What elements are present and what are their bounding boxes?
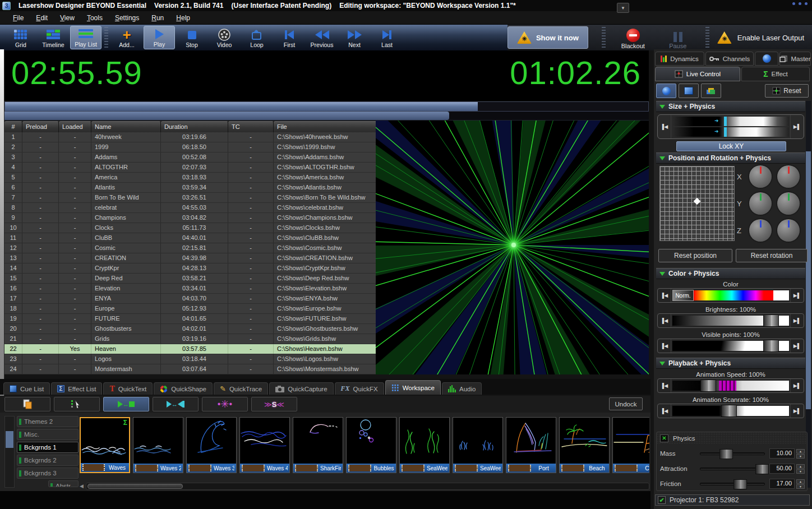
mode-globe-button[interactable] [656, 84, 676, 98]
slider-max-button[interactable]: ▶▌ [790, 404, 804, 418]
category-bckgrnds-3[interactable]: Bckgrnds 3 [17, 468, 79, 479]
panel-scrollbar-thumb[interactable] [806, 151, 811, 409]
menu-item-edit[interactable]: Edit [31, 13, 53, 23]
tab-cue-list[interactable]: Cue List [3, 382, 50, 395]
category-themes-2[interactable]: Themes 2 [17, 416, 79, 427]
grid-button[interactable]: Grid [5, 26, 36, 49]
tab-quicktrace[interactable]: ✎QuickTrace [214, 382, 268, 395]
panel-tab-effect[interactable]: ΣEffect [741, 67, 810, 81]
category-abstr[interactable]: Abstr [48, 480, 79, 487]
show-progress-bar[interactable] [4, 101, 649, 112]
physics-header[interactable]: ✕Physics [657, 432, 807, 445]
timeline-button[interactable]: Timeline [38, 26, 69, 49]
x-rotation-knob[interactable] [777, 165, 800, 188]
tab-quickshape[interactable]: QuickShape [154, 382, 213, 395]
column-header-preload[interactable]: Preload [22, 121, 59, 132]
menu-item-tools[interactable]: Tools [82, 13, 108, 23]
panel-scrollbar[interactable] [806, 101, 811, 488]
friction-slider-thumb[interactable] [733, 479, 747, 489]
scrollbar-thumb[interactable] [87, 484, 183, 489]
animation-speed-track[interactable] [672, 381, 789, 391]
x-position-knob[interactable] [749, 165, 772, 188]
slider-min-button[interactable]: ▐◀ [658, 289, 671, 302]
tab-workspace[interactable]: Workspace [385, 380, 441, 395]
column-header-num[interactable]: # [4, 121, 22, 132]
attraction-slider-thumb[interactable] [755, 464, 769, 474]
column-header-name[interactable]: Name [91, 121, 161, 132]
loop-button[interactable]: Loop [241, 26, 273, 49]
brightness-handle[interactable] [763, 314, 779, 327]
reset-position-button[interactable]: Reset position [658, 249, 732, 262]
undock-button[interactable]: Undock [609, 397, 643, 410]
slider-max-button[interactable]: ▶▌ [790, 339, 804, 353]
next-button[interactable]: Next [339, 26, 370, 49]
mass-spinner[interactable]: ▲▼ [796, 449, 805, 459]
category-bckgrnds-2[interactable]: Bckgrnds 2 [17, 455, 79, 466]
slider-min-button[interactable]: ▐◀ [658, 339, 671, 353]
color-slider[interactable]: ▐◀ Norm. ▶▌ [657, 288, 804, 303]
cue-thumbnail-waves-4[interactable]: Waves 4 [239, 417, 290, 473]
position-pad[interactable] [659, 166, 735, 241]
category-misc-[interactable]: Misc. [17, 429, 79, 440]
pages-button[interactable] [4, 397, 50, 411]
show-it-now-button[interactable]: ✳Show it now [507, 26, 588, 49]
animation-scanrate-handle[interactable] [721, 405, 737, 417]
tab-audio[interactable]: Audio [442, 382, 482, 395]
star-burst-button[interactable]: •✳• [202, 397, 248, 411]
category-scrollbar-thumb[interactable] [6, 431, 13, 448]
brightness-track[interactable] [672, 316, 789, 326]
column-header-tc[interactable]: TC [228, 121, 274, 132]
mode-bluesq-button[interactable] [679, 84, 699, 98]
section-header-size-physics[interactable]: Size + Physics [656, 101, 805, 112]
tab-quicktext[interactable]: TQuickText [103, 382, 153, 395]
pause-button[interactable]: Pause [658, 26, 698, 49]
slider-max-button[interactable]: ▶▌ [790, 289, 804, 302]
slider-min-button[interactable]: ▐◀ [658, 115, 671, 138]
video-button[interactable]: Video [209, 26, 240, 49]
z-position-knob[interactable] [749, 219, 772, 242]
section-header-position-and-rotation-physics[interactable]: Position and Rotation + Physics [656, 152, 805, 164]
thumbnail-scrollbar[interactable]: ◀ [80, 482, 649, 490]
slider-max-button[interactable]: ▶▌ [790, 379, 804, 392]
mass-slider[interactable] [700, 452, 765, 455]
z-rotation-knob[interactable] [777, 219, 800, 242]
last-button[interactable]: Last [371, 26, 403, 49]
panel-tab-channels[interactable]: Channels [705, 52, 754, 66]
add--button[interactable]: +Add... [111, 26, 142, 49]
laser-preview-window[interactable] [376, 121, 649, 374]
tab-quickcapture[interactable]: QuickCapture [269, 382, 333, 395]
cue-thumbnail-waves-2[interactable]: Waves 2 [133, 417, 183, 473]
cue-thumbnail-sharkfin[interactable]: SharkFin [293, 417, 343, 473]
panel-tab-live-control[interactable]: Live Control [655, 67, 740, 81]
color-white-segment[interactable] [773, 290, 789, 300]
slider-min-button[interactable]: ▐◀ [658, 404, 671, 418]
panel-tab-dynamics[interactable]: Dynamics [655, 52, 704, 66]
animation-scanrate-slider[interactable]: ▐◀ ▶▌ [657, 404, 804, 418]
tab-effect-list[interactable]: ΣEffect List [51, 382, 102, 395]
panel-tab-master[interactable]: Master [779, 52, 811, 66]
cue-thumbnail-waves[interactable]: ΣWaves [80, 417, 130, 473]
reset-button[interactable]: Reset [765, 84, 809, 98]
menu-item-file[interactable]: File [8, 13, 29, 23]
color-mode-chip[interactable]: Norm. [672, 290, 694, 301]
slider-max-button[interactable]: ▶▌ [790, 314, 804, 327]
size-slider-group[interactable]: ▐◀ ➜ ➜ ▶▌ [657, 114, 804, 139]
size-y-slider[interactable]: ➜ [672, 127, 789, 137]
friction-spinner[interactable]: ▲▼ [796, 479, 805, 489]
slider-min-button[interactable]: ▐◀ [658, 379, 671, 392]
play-button[interactable]: Play [144, 26, 175, 49]
cursor-grid-button[interactable] [54, 397, 100, 411]
s-burst-button[interactable]: ≫S≪ [251, 397, 297, 411]
projector-check-icon[interactable]: ✔ [658, 496, 666, 504]
menu-item-view[interactable]: View [55, 13, 80, 23]
slider-min-button[interactable]: ▐◀ [658, 314, 671, 327]
stop-button[interactable]: Stop [176, 26, 207, 49]
tab-overflow-dropdown[interactable]: ▼ [617, 3, 629, 13]
visible-points-slider[interactable]: ▐◀ ▶▌ [657, 339, 804, 353]
menu-item-help[interactable]: Help [171, 13, 195, 23]
reset-rotation-button[interactable]: Reset rotation [736, 249, 808, 262]
menu-item-settings[interactable]: Settings [110, 13, 144, 23]
size-x-slider[interactable]: ➜ [672, 117, 789, 126]
friction-value[interactable]: 17.00 [769, 479, 795, 489]
animation-speed-handle[interactable] [700, 380, 716, 392]
